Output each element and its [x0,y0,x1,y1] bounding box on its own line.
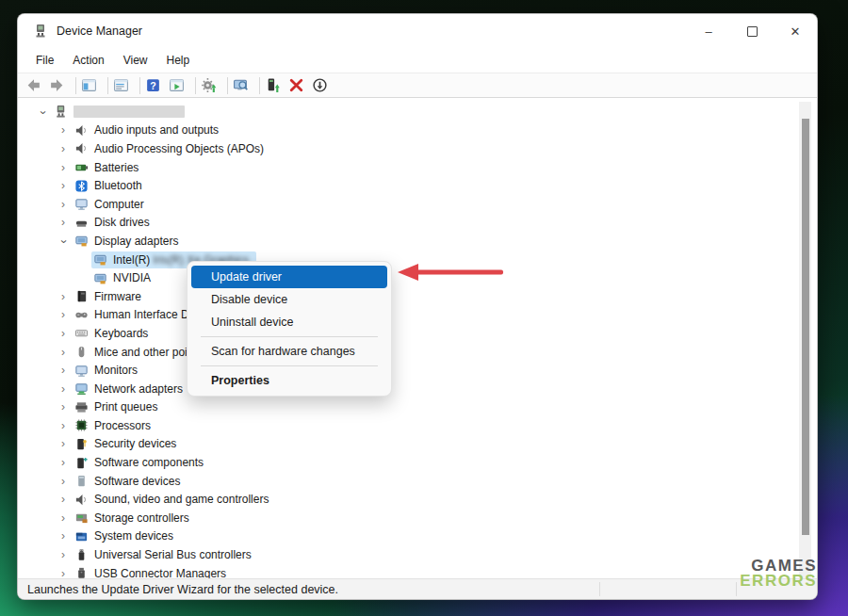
back-icon [25,77,41,93]
tree-item-storage-controllers[interactable]: ›Storage controllers [18,509,817,527]
tree-item-content: Software components [73,454,211,471]
context-menu-item-uninstall-device[interactable]: Uninstall device [191,311,387,333]
chevron-right-icon[interactable]: › [57,494,69,505]
tree-item-software-devices[interactable]: ›Software devices [18,472,817,491]
close-button[interactable]: ✕ [774,14,817,48]
speaker-icon [74,123,89,138]
toolbar-button-back-icon[interactable] [24,75,48,96]
toolbar-button-scan-hardware-icon[interactable] [232,75,255,96]
tree-item-label: Audio Processing Objects (APOs) [94,142,264,155]
toolbar-button-help-icon[interactable] [144,75,168,96]
chevron-right-icon[interactable]: › [57,124,69,136]
tree-item-bluetooth[interactable]: ›Bluetooth [18,176,817,195]
display-adapter-icon [74,234,89,248]
chevron-right-icon[interactable]: › [57,180,69,191]
menu-help[interactable]: Help [157,51,200,70]
maximize-icon [747,26,758,37]
disable-device-icon [312,77,328,93]
chevron-right-icon[interactable]: › [57,217,69,228]
tree-item-content: System devices [73,527,181,544]
tree-item-security-devices[interactable]: ›Security devices [18,435,817,454]
chevron-right-icon[interactable]: › [57,420,69,431]
status-bar-divider [599,582,600,596]
tree-item-system-devices[interactable]: ›System devices [18,527,817,546]
bluetooth-icon [74,179,89,193]
tree-item-label: Intel(R) [113,253,150,267]
tree-item-content: Print queues [73,398,165,415]
chevron-right-icon[interactable]: › [57,162,69,173]
tree-item-content: Disk drives [73,214,157,231]
tree-item-software-components[interactable]: ›Software components [18,453,817,472]
toolbar-button-forward-icon[interactable] [48,75,72,96]
tree-item-processors[interactable]: ›Processors [18,416,817,435]
chevron-down-icon[interactable]: › [58,236,70,248]
chevron-right-icon[interactable]: › [57,309,69,320]
toolbar-separator [139,77,140,94]
tree-item-audio-processing-objects-apos[interactable]: ›Audio Processing Objects (APOs) [18,139,817,158]
context-menu-item-scan-for-hardware-changes[interactable]: Scan for hardware changes [191,340,387,363]
tree-item-content: Network adapters [73,381,190,397]
chevron-right-icon[interactable]: › [57,328,69,339]
toolbar-separator [195,77,196,94]
maximize-button[interactable] [730,14,774,48]
chevron-right-icon[interactable]: › [57,199,69,210]
tree-item-batteries[interactable]: ›Batteries [18,158,817,177]
chevron-right-icon[interactable]: › [57,549,69,560]
chevron-right-icon[interactable]: › [57,530,69,542]
context-menu-item-update-driver[interactable]: Update driver [191,266,387,288]
menu-view[interactable]: View [114,51,157,70]
chevron-right-icon[interactable]: › [57,143,69,154]
tree-item-print-queues[interactable]: ›Print queues [18,398,817,417]
uninstall-red-x-icon [288,77,304,93]
tree-item-label: Print queues [94,400,157,413]
tree-item-computer-root[interactable]: › [18,103,817,122]
tree-item-human-interface-devices[interactable]: ›Human Interface Devices [18,306,817,325]
vertical-scrollbar-thumb[interactable] [802,119,809,535]
tree-item-label: Software components [94,456,204,469]
toolbar-button-update-driver-gear-icon[interactable] [200,75,223,96]
tree-item-content: Firmware [73,288,149,305]
context-menu-item-properties[interactable]: Properties [191,369,387,392]
chevron-right-icon[interactable]: › [57,476,69,487]
tree-item-universal-serial-bus-controllers[interactable]: ›Universal Serial Bus controllers [18,545,817,564]
toolbar-button-uninstall-red-x-icon[interactable] [287,75,311,96]
chevron-right-icon[interactable]: › [57,347,69,358]
device-manager-window: Device Manager – ✕ File Action View Help… [17,13,818,600]
chevron-down-icon[interactable]: › [38,106,49,118]
tree-item-monitors[interactable]: ›Monitors [18,361,817,380]
context-menu-item-disable-device[interactable]: Disable device [191,288,387,311]
tree-item-audio-inputs-and-outputs[interactable]: ›Audio inputs and outputs [18,122,817,140]
toolbar-button-action-pane-icon[interactable] [168,75,191,96]
tree-item-firmware[interactable]: ›Firmware [18,287,817,306]
display-adapter-icon [93,271,107,285]
menu-bar: File Action View Help [18,48,817,73]
chevron-right-icon[interactable]: › [57,291,69,302]
tree-item-keyboards[interactable]: ›Keyboards [18,324,817,343]
toolbar-button-device-update-icon[interactable] [264,75,287,96]
tree-item-disk-drives[interactable]: ›Disk drives [18,214,817,233]
tree-item-content: Audio Processing Objects (APOs) [73,140,271,157]
tree-item-sound-video-and-game-controllers[interactable]: ›Sound, video and game controllers [18,490,817,509]
tree-item-label: Firmware [94,290,141,303]
chevron-right-icon[interactable]: › [57,383,69,395]
minimize-button[interactable]: – [687,14,730,48]
menu-action[interactable]: Action [63,51,113,70]
redacted-computer-name [73,105,185,118]
chevron-right-icon[interactable]: › [57,568,69,579]
gamepad-icon [74,308,89,322]
toolbar-button-console-tree-icon[interactable] [80,75,104,96]
chevron-right-icon[interactable]: › [57,401,69,413]
tree-item-computer[interactable]: ›Computer [18,195,817,214]
tree-item-display-adapters[interactable]: ›Display adapters [18,232,817,251]
chevron-right-icon[interactable]: › [57,365,69,376]
toolbar-button-disable-device-icon[interactable] [311,75,334,96]
chevron-right-icon[interactable]: › [57,457,69,468]
toolbar-button-properties-window-icon[interactable] [112,75,136,96]
tree-item-network-adapters[interactable]: ›Network adapters [18,380,817,398]
chevron-right-icon[interactable]: › [57,438,69,449]
menu-file[interactable]: File [26,51,63,70]
chevron-right-icon[interactable]: › [57,512,69,524]
speaker-icon [74,141,89,155]
tree-item-mice-and-other-pointing-devices[interactable]: ›Mice and other pointing devices [18,343,817,362]
tree-item-label: Audio inputs and outputs [94,123,219,137]
